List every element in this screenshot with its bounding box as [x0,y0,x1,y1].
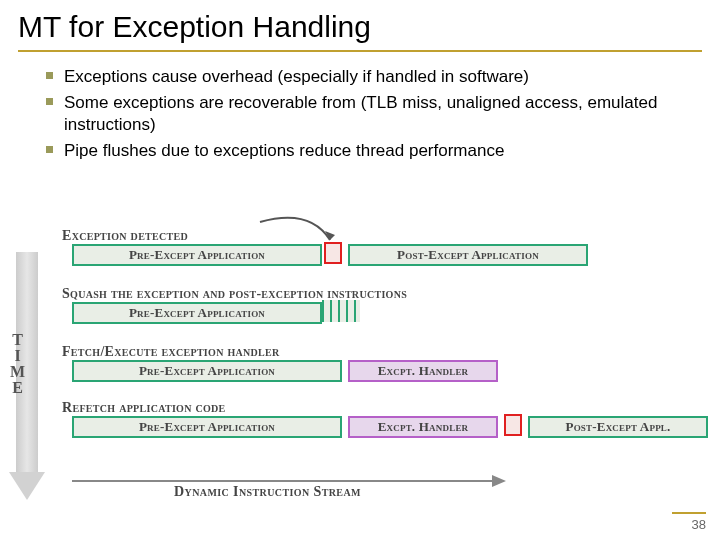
segment-text: Pre-Except Application [139,363,275,379]
bullet-item: Pipe flushes due to exceptions reduce th… [46,140,698,162]
bullet-item: Some exceptions are recoverable from (TL… [46,92,698,136]
stage-label: Refetch application code [62,400,226,416]
bullet-square-icon [46,146,53,153]
page-number-wrap: 38 [672,512,706,532]
segment-pre-application: Pre-Except Application [72,244,322,266]
segment-pre-application: Pre-Except Application [72,360,342,382]
segment-post-application: Post-Except Application [348,244,588,266]
segment-text: Post-Except Application [397,247,539,263]
segment-exception-handler: Excpt. Handler [348,360,498,382]
bullet-list: Exceptions cause overhead (especially if… [46,66,698,162]
segment-squash-stripes [322,300,360,322]
page-number: 38 [672,517,706,532]
exception-marker-icon [504,414,522,436]
bullet-text: Exceptions cause overhead (especially if… [64,67,529,86]
stage-label: Fetch/Execute exception handler [62,344,280,360]
dynamic-stream-label: Dynamic Instruction Stream [174,484,361,500]
segment-pre-application: Pre-Except Application [72,302,322,324]
segment-text: Excpt. Handler [378,419,469,435]
exception-marker-icon [324,242,342,264]
segment-post-application: Post-Except Appl. [528,416,708,438]
pipeline-diagram: TIME Exception detected Pre-Except Appli… [10,228,710,508]
segment-pre-application: Pre-Except Application [72,416,342,438]
segment-text: Pre-Except Application [129,247,265,263]
bullet-text: Some exceptions are recoverable from (TL… [64,93,657,134]
bullet-text: Pipe flushes due to exceptions reduce th… [64,141,504,160]
dynamic-stream-arrow-icon [72,480,512,481]
time-axis-label: TIME [10,332,25,396]
segment-exception-handler: Excpt. Handler [348,416,498,438]
segment-text: Pre-Except Application [129,305,265,321]
page-number-rule [672,512,706,514]
title-underline [18,50,702,52]
bullet-square-icon [46,72,53,79]
segment-text: Post-Except Appl. [565,419,670,435]
bullet-square-icon [46,98,53,105]
stage-label: Exception detected [62,228,188,244]
segment-text: Pre-Except Application [139,419,275,435]
segment-text: Excpt. Handler [378,363,469,379]
bullet-item: Exceptions cause overhead (especially if… [46,66,698,88]
slide-title: MT for Exception Handling [0,0,720,48]
